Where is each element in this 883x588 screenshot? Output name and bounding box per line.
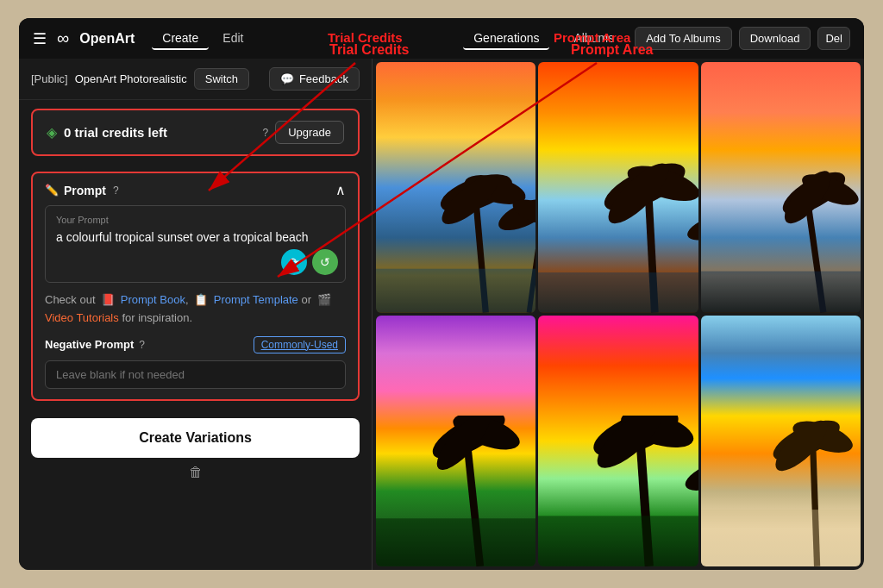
prompt-collapse-button[interactable]: ∧ (335, 182, 346, 198)
image-cell-5[interactable] (538, 316, 698, 566)
image-grid (373, 59, 864, 570)
content-area: [Public] OpenArt Photorealistic Switch 💬… (19, 59, 864, 570)
prompt-body: Your Prompt a colourful tropical sunset … (33, 205, 358, 399)
palm-svg-6 (701, 416, 861, 566)
toolbar-row: [Public] OpenArt Photorealistic Switch 💬… (19, 59, 372, 100)
negative-prompt-label: Negative Prompt (45, 338, 134, 351)
tab-generations[interactable]: Generations (463, 28, 549, 50)
sidebar: [Public] OpenArt Photorealistic Switch 💬… (19, 59, 373, 570)
prompt-section: ✏️ Prompt ? ∧ Your Prompt a colourful tr… (31, 172, 360, 401)
right-content (373, 59, 864, 570)
negative-prompt-input[interactable] (45, 360, 346, 389)
refresh-prompt-button[interactable]: ⟳ (281, 249, 307, 275)
svg-rect-30 (376, 519, 535, 566)
credits-label: trial credits left (75, 125, 168, 140)
prompt-input-label: Your Prompt (56, 215, 335, 225)
prompt-template-link[interactable]: Prompt Template (214, 293, 298, 306)
prompt-book-link[interactable]: Prompt Book (121, 293, 185, 306)
download-button[interactable]: Download (739, 27, 811, 50)
palm-svg-5 (538, 416, 698, 566)
switch-button[interactable]: Switch (194, 68, 249, 90)
trial-credits-box: ◈ 0 trial credits left ? Upgrade (31, 109, 360, 156)
header-actions: Add To Albums Download Del (635, 27, 850, 50)
image-cell-4[interactable] (376, 316, 535, 566)
nav-edit[interactable]: Edit (212, 28, 254, 50)
prompt-header: ✏️ Prompt ? ∧ (33, 173, 358, 205)
svg-rect-20 (538, 272, 698, 313)
delete-area: 🗑 (19, 465, 372, 480)
credits-question-icon[interactable]: ? (262, 127, 268, 139)
svg-rect-42 (701, 510, 861, 566)
palm-svg-1 (376, 162, 535, 313)
svg-rect-37 (538, 516, 698, 566)
model-name: OpenArt Photorealistic (75, 72, 187, 85)
prompt-title: Prompt (64, 184, 106, 197)
add-to-albums-button[interactable]: Add To Albums (635, 27, 731, 50)
nav-create[interactable]: Create (152, 28, 209, 50)
svg-rect-12 (376, 269, 535, 313)
prompt-action-buttons: ⟳ ↺ (281, 249, 338, 275)
palm-svg-2 (538, 162, 698, 313)
palm-svg-4 (376, 416, 535, 566)
palm-svg-3 (701, 162, 861, 313)
brand-name: OpenArt (79, 31, 135, 47)
video-tutorials-link[interactable]: Video Tutorials (45, 311, 119, 324)
sidebar-nav: Create Edit (152, 28, 254, 50)
credits-icon: ◈ (47, 124, 57, 141)
feedback-icon: 💬 (280, 72, 294, 85)
prompt-links: Check out 📕 Prompt Book, 📋 Prompt Templa… (45, 291, 346, 328)
regenerate-prompt-button[interactable]: ↺ (312, 249, 338, 275)
pencil-icon: ✏️ (45, 184, 59, 197)
svg-point-36 (682, 455, 698, 497)
svg-rect-25 (701, 272, 861, 313)
feedback-label: Feedback (299, 72, 348, 85)
visibility-label: [Public] (31, 72, 68, 85)
negative-prompt-row: Negative Prompt ? Commonly-Used (45, 336, 346, 353)
prompt-question-icon[interactable]: ? (113, 185, 119, 197)
commonly-used-button[interactable]: Commonly-Used (254, 336, 346, 353)
logo-icon: ∞ (57, 28, 69, 48)
image-cell-6[interactable] (701, 316, 861, 566)
image-cell-2[interactable] (538, 62, 698, 313)
feedback-button[interactable]: 💬 Feedback (269, 67, 360, 91)
menu-icon[interactable]: ☰ (33, 29, 47, 48)
prompt-input-text[interactable]: a colourful tropical sunset over a tropi… (56, 228, 335, 247)
svg-point-18 (685, 210, 698, 246)
upgrade-button[interactable]: Upgrade (275, 121, 344, 144)
prompt-input-wrapper[interactable]: Your Prompt a colourful tropical sunset … (45, 205, 346, 283)
credits-count: 0 trial credits left (64, 125, 252, 140)
image-cell-3[interactable] (701, 62, 861, 313)
create-variations-button[interactable]: Create Variations (31, 418, 360, 458)
generation-tabs: Generations Albums (449, 28, 624, 50)
delete-button[interactable]: Del (817, 27, 850, 50)
app-header: ☰ ∞ OpenArt Create Edit Generations Albu… (19, 18, 864, 59)
trash-icon[interactable]: 🗑 (189, 465, 203, 480)
image-cell-1[interactable] (376, 62, 535, 313)
negative-prompt-question[interactable]: ? (139, 339, 145, 351)
tab-albums[interactable]: Albums (563, 28, 624, 50)
